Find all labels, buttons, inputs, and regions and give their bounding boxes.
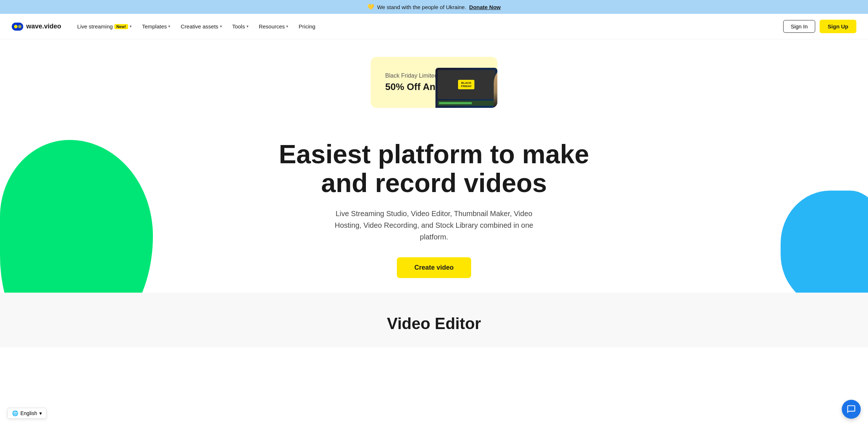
ukraine-banner: 💛 We stand with the people of Ukraine. D… (0, 0, 868, 14)
nav-item-creative-assets[interactable]: Creative assets ▾ (176, 20, 226, 32)
hero-title: Easiest platform to make and record vide… (277, 140, 591, 198)
nav-label-templates: Templates (142, 23, 167, 30)
chevron-icon-live-streaming: ▾ (130, 24, 132, 29)
hero-section: Easiest platform to make and record vide… (0, 118, 868, 293)
nav-label-live-streaming: Live streaming (77, 23, 113, 30)
nav-links: Live streaming New! ▾ Templates ▾ Creati… (73, 20, 783, 32)
nav-item-tools[interactable]: Tools ▾ (228, 20, 253, 32)
sign-in-button[interactable]: Sign In (783, 20, 816, 33)
nav-item-resources[interactable]: Resources ▾ (255, 20, 293, 32)
create-video-button[interactable]: Create video (397, 257, 471, 278)
nav-item-templates[interactable]: Templates ▾ (138, 20, 175, 32)
main-nav: wave.video Live streaming New! ▾ Templat… (0, 14, 868, 39)
logo-icon (12, 23, 23, 31)
nav-badge-new: New! (114, 24, 128, 29)
video-editor-title: Video Editor (7, 314, 861, 333)
logo[interactable]: wave.video (12, 23, 61, 31)
nav-label-pricing: Pricing (299, 23, 315, 30)
nav-item-live-streaming[interactable]: Live streaming New! ▾ (73, 20, 136, 32)
promo-banner[interactable]: Black Friday Limited Time Offer 50% Off … (371, 57, 497, 108)
nav-label-resources: Resources (259, 23, 285, 30)
chevron-icon-templates: ▾ (168, 24, 170, 29)
hero-subtitle: Live Streaming Studio, Video Editor, Thu… (325, 208, 543, 243)
nav-label-creative-assets: Creative assets (181, 23, 218, 30)
hero-content: Easiest platform to make and record vide… (7, 140, 861, 278)
chevron-icon-tools: ▾ (246, 24, 249, 29)
logo-text: wave.video (26, 23, 61, 30)
promo-image: BLACKFRIDAY (435, 57, 497, 108)
nav-label-tools: Tools (232, 23, 245, 30)
video-editor-section: Video Editor (0, 293, 868, 347)
chevron-icon-creative-assets: ▾ (220, 24, 222, 29)
ukraine-emoji: 💛 (367, 4, 374, 10)
nav-actions: Sign In Sign Up (783, 20, 856, 33)
sign-up-button[interactable]: Sign Up (820, 20, 856, 33)
ukraine-text: We stand with the people of Ukraine. (377, 4, 466, 10)
chevron-icon-resources: ▾ (286, 24, 288, 29)
nav-item-pricing[interactable]: Pricing (294, 20, 320, 32)
donate-link[interactable]: Donate Now (469, 4, 501, 10)
